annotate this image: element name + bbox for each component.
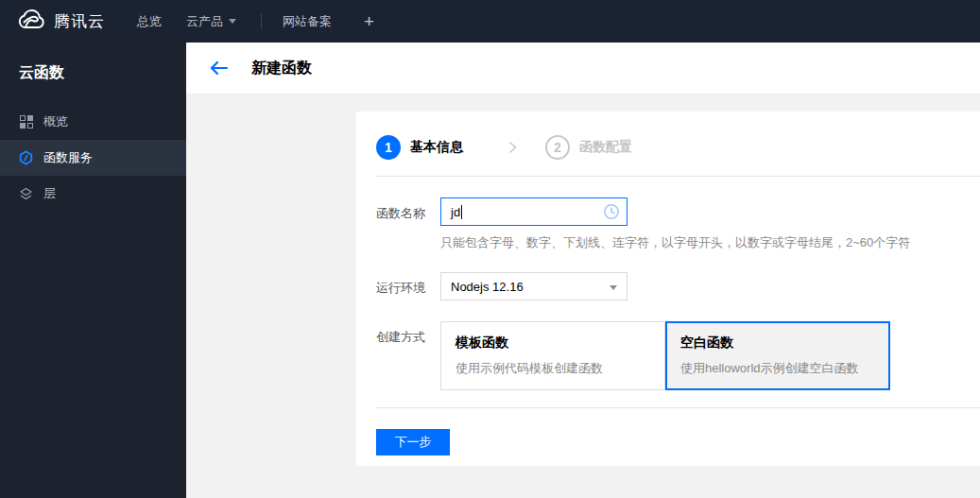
text-cursor [461, 205, 462, 219]
footer-divider [376, 407, 980, 408]
main-layout: 云函数 概览 [0, 43, 980, 498]
back-arrow-icon[interactable] [210, 61, 228, 75]
topnav-icp-filing[interactable]: 网站备案 [283, 13, 332, 30]
step-2-label: 函数配置 [579, 139, 632, 156]
function-name-hint: 只能包含字母、数字、下划线、连字符，以字母开头，以数字或字母结尾，2~60个字符 [440, 234, 910, 251]
add-tab-button[interactable]: + [364, 12, 374, 30]
function-name-value: jd [451, 205, 460, 219]
step-1-label: 基本信息 [410, 139, 463, 156]
topbar-nav: 总览 云产品 网站备案 + [137, 12, 374, 30]
sidebar-item-layers[interactable]: 层 [0, 176, 186, 212]
sidebar: 云函数 概览 [0, 43, 186, 498]
sidebar-item-overview[interactable]: 概览 [0, 104, 186, 140]
option-description: 使用示例代码模板创建函数 [456, 360, 664, 377]
create-function-card: 1 基本信息 2 函数配置 函数名 [356, 112, 980, 466]
steps-divider [376, 176, 980, 177]
runtime-selected-value: Nodejs 12.16 [451, 280, 524, 294]
function-name-field: jd 只能包含字母、数字、下划线、连字符，以 [440, 197, 910, 251]
sidebar-item-label: 层 [43, 185, 56, 202]
function-name-input[interactable]: jd [440, 197, 628, 226]
option-title: 模板函数 [456, 335, 664, 352]
layers-icon [19, 187, 33, 201]
topbar-divider [261, 14, 262, 29]
topnav-overview-label: 总览 [137, 13, 162, 30]
caret-down-icon [229, 19, 236, 24]
tencent-cloud-brand[interactable]: 腾讯云 [17, 9, 105, 34]
app-root: 腾讯云 总览 云产品 网站备案 + 云函数 [0, 0, 980, 498]
basic-info-form: 函数名称 jd [356, 197, 980, 390]
option-description: 使用helloworld示例创建空白函数 [680, 360, 888, 377]
runtime-row: 运行环境 Nodejs 12.16 [376, 272, 980, 301]
runtime-label: 运行环境 [376, 272, 440, 301]
option-blank-function[interactable]: 空白函数 使用helloworld示例创建空白函数 [665, 321, 890, 390]
main-area: 新建函数 1 基本信息 2 函数配置 [186, 43, 980, 498]
chevron-right-icon [508, 141, 517, 154]
sidebar-nav: 概览 函数服务 [0, 104, 186, 212]
creation-method-options: 模板函数 使用示例代码模板创建函数 空白函数 使用helloworld示例创建空… [440, 321, 890, 390]
next-step-button[interactable]: 下一步 [376, 429, 450, 455]
topnav-cloud-products[interactable]: 云产品 [186, 13, 236, 30]
step-1-circle: 1 [376, 135, 401, 160]
wizard-steps: 1 基本信息 2 函数配置 [356, 112, 980, 160]
topbar: 腾讯云 总览 云产品 网站备案 + [0, 0, 980, 43]
clock-icon [603, 203, 620, 223]
page-title: 新建函数 [251, 59, 312, 78]
topnav-icp-filing-label: 网站备案 [283, 13, 332, 30]
tencent-cloud-logo-icon [17, 9, 45, 34]
sidebar-title: 云函数 [0, 43, 186, 104]
page-header: 新建函数 [186, 43, 980, 94]
option-template-function[interactable]: 模板函数 使用示例代码模板创建函数 [440, 321, 665, 390]
brand-name: 腾讯云 [54, 10, 105, 32]
sidebar-item-label: 函数服务 [43, 149, 93, 166]
step-2-circle: 2 [545, 135, 570, 160]
sidebar-item-label: 概览 [43, 113, 68, 130]
function-name-label: 函数名称 [376, 197, 440, 251]
topnav-overview[interactable]: 总览 [137, 13, 162, 30]
creation-method-row: 创建方式 模板函数 使用示例代码模板创建函数 空白函数 使用helloworld… [376, 321, 980, 390]
option-title: 空白函数 [680, 335, 888, 352]
content-area: 1 基本信息 2 函数配置 函数名 [186, 94, 980, 498]
runtime-select[interactable]: Nodejs 12.16 [440, 272, 628, 301]
sidebar-item-function-service[interactable]: 函数服务 [0, 140, 186, 176]
select-caret-icon [610, 285, 617, 290]
grid-icon [19, 115, 33, 129]
creation-method-label: 创建方式 [376, 321, 440, 390]
topnav-cloud-products-label: 云产品 [186, 13, 223, 30]
scf-hexagon-icon [19, 151, 33, 165]
function-name-row: 函数名称 jd [376, 197, 980, 251]
